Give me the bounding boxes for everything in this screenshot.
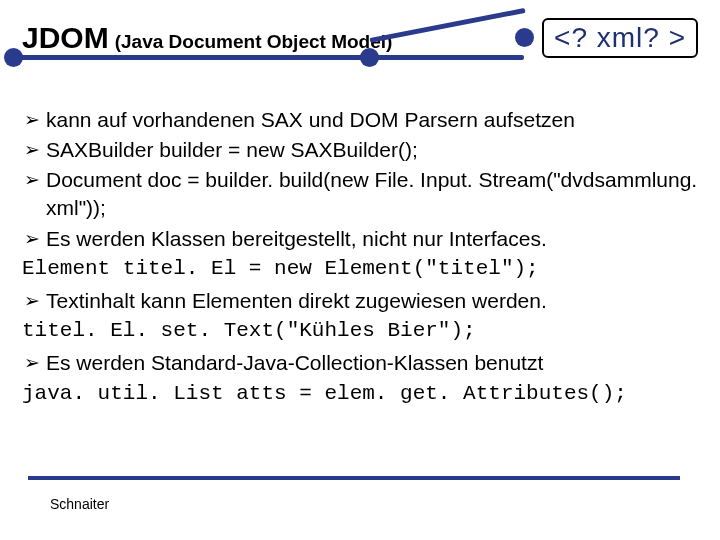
- bullet-text: Document doc = builder. build(new File. …: [46, 166, 698, 222]
- slide: JDOM (Java Document Object Model) <? xml…: [0, 0, 720, 408]
- xml-badge: <? xml? >: [542, 18, 698, 58]
- bullet-item: ➢ Es werden Klassen bereitgestellt, nich…: [22, 225, 698, 253]
- code-line: titel. El. set. Text("Kühles Bier");: [22, 317, 698, 345]
- bullet-item: ➢ Es werden Standard-Java-Collection-Kla…: [22, 349, 698, 377]
- bullet-item: ➢ kann auf vorhandenen SAX und DOM Parse…: [22, 106, 698, 134]
- dot-icon: [4, 48, 23, 67]
- bullet-item: ➢ Textinhalt kann Elementen direkt zugew…: [22, 287, 698, 315]
- code-line: Element titel. El = new Element("titel")…: [22, 255, 698, 283]
- dot-icon: [515, 28, 534, 47]
- bullet-text: SAXBuilder builder = new SAXBuilder();: [46, 136, 698, 164]
- arrow-icon: ➢: [22, 287, 46, 315]
- content-body: ➢ kann auf vorhandenen SAX und DOM Parse…: [22, 106, 698, 408]
- arrow-icon: ➢: [22, 106, 46, 134]
- arrow-icon: ➢: [22, 166, 46, 194]
- footer-divider: [28, 476, 680, 480]
- bullet-item: ➢ SAXBuilder builder = new SAXBuilder();: [22, 136, 698, 164]
- bar-segment: [14, 55, 524, 60]
- bullet-text: kann auf vorhandenen SAX und DOM Parsern…: [46, 106, 698, 134]
- bullet-text: Textinhalt kann Elementen direkt zugewie…: [46, 287, 698, 315]
- arrow-icon: ➢: [22, 136, 46, 164]
- bullet-text: Es werden Klassen bereitgestellt, nicht …: [46, 225, 698, 253]
- code-line: java. util. List atts = elem. get. Attri…: [22, 380, 698, 408]
- divider-barbell: [4, 46, 534, 68]
- arrow-icon: ➢: [22, 349, 46, 377]
- dot-icon: [360, 48, 379, 67]
- footer-author: Schnaiter: [50, 496, 109, 512]
- bullet-text: Es werden Standard-Java-Collection-Klass…: [46, 349, 698, 377]
- arrow-icon: ➢: [22, 225, 46, 253]
- bullet-item: ➢ Document doc = builder. build(new File…: [22, 166, 698, 222]
